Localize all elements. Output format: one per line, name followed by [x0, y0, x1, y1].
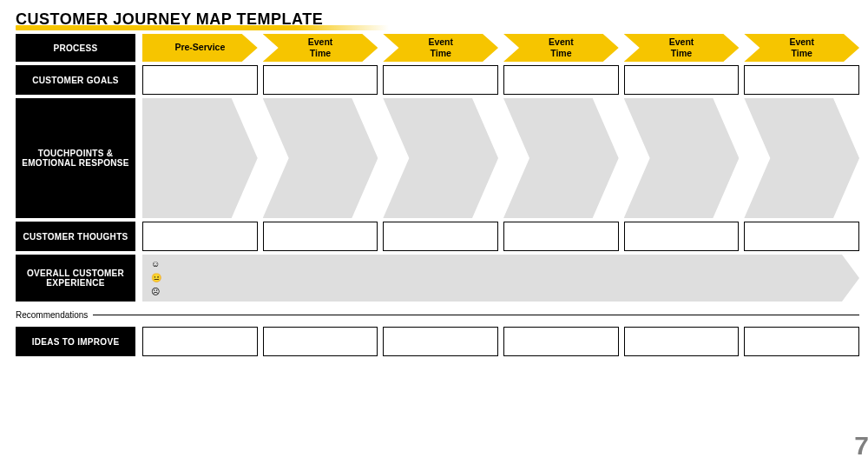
stage-label: Event Time: [428, 36, 453, 59]
journey-grid: PROCESS Pre-Service Event Time Event Tim…: [16, 34, 859, 356]
row-customer-thoughts: CUSTOMER THOUGHTS: [16, 222, 859, 251]
idea-cell[interactable]: [624, 327, 740, 356]
page-title: CUSTOMER JOURNEY MAP TEMPLATE: [16, 10, 859, 29]
stage-event-3: Event Time: [503, 34, 619, 62]
row-touchpoints: TOUCHPOINTS & EMOTIONAL RESPONSE: [16, 98, 859, 218]
thought-cell[interactable]: [263, 222, 378, 251]
stage-label: Pre-Service: [174, 42, 225, 53]
stage-label: Event Time: [549, 36, 574, 59]
divider-line: [93, 315, 859, 315]
label-customer-thoughts: CUSTOMER THOUGHTS: [16, 222, 135, 251]
idea-cell[interactable]: [263, 327, 378, 356]
thought-cell[interactable]: [744, 222, 859, 251]
touchpoint-cell[interactable]: [383, 98, 498, 218]
stage-event-5: Event Time: [744, 34, 859, 62]
idea-cell[interactable]: [383, 327, 498, 356]
thoughts-cells: [142, 222, 859, 251]
goal-cell[interactable]: [624, 65, 740, 95]
touchpoint-cell[interactable]: [263, 98, 378, 218]
happy-face-icon: ☺: [151, 260, 859, 268]
goals-cells: [142, 65, 859, 95]
touchpoint-cell[interactable]: [503, 98, 619, 218]
label-ideas-to-improve: IDEAS TO IMPROVE: [16, 327, 135, 356]
goal-cell[interactable]: [142, 65, 258, 95]
thought-cell[interactable]: [503, 222, 619, 251]
page-number: 7: [854, 431, 868, 461]
stage-label: Event Time: [669, 36, 694, 59]
label-customer-goals: CUSTOMER GOALS: [16, 65, 135, 95]
stage-label: Event Time: [308, 36, 333, 59]
experience-arrow-wrap: ☺ 😐 ☹: [142, 255, 859, 302]
stage-event-2: Event Time: [383, 34, 498, 62]
goal-cell[interactable]: [383, 65, 498, 95]
label-touchpoints: TOUCHPOINTS & EMOTIONAL RESPONSE: [16, 98, 135, 218]
goal-cell[interactable]: [744, 65, 859, 95]
experience-arrow[interactable]: ☺ 😐 ☹: [142, 255, 859, 302]
stage-pre-service: Pre-Service: [142, 34, 258, 62]
touchpoint-cell[interactable]: [624, 98, 740, 218]
goal-cell[interactable]: [263, 65, 378, 95]
title-block: CUSTOMER JOURNEY MAP TEMPLATE: [16, 10, 859, 29]
goal-cell[interactable]: [503, 65, 619, 95]
ideas-cells: [142, 327, 859, 356]
touchpoint-cells: [142, 98, 859, 218]
row-customer-goals: CUSTOMER GOALS: [16, 65, 859, 95]
row-process: PROCESS Pre-Service Event Time Event Tim…: [16, 34, 859, 62]
label-overall-experience: OVERALL CUSTOMER EXPERIENCE: [16, 255, 135, 302]
label-process: PROCESS: [16, 34, 135, 62]
stage-event-4: Event Time: [624, 34, 740, 62]
sad-face-icon: ☹: [151, 288, 859, 296]
touchpoint-cell[interactable]: [142, 98, 258, 218]
idea-cell[interactable]: [744, 327, 859, 356]
recommendations-divider: Recommendations: [16, 310, 859, 320]
process-stages: Pre-Service Event Time Event Time Event …: [142, 34, 859, 62]
touchpoint-cell[interactable]: [744, 98, 859, 218]
thought-cell[interactable]: [142, 222, 258, 251]
neutral-face-icon: 😐: [151, 274, 859, 282]
idea-cell[interactable]: [142, 327, 258, 356]
thought-cell[interactable]: [383, 222, 498, 251]
recommendations-label: Recommendations: [16, 310, 88, 320]
row-ideas-to-improve: IDEAS TO IMPROVE: [16, 327, 859, 356]
thought-cell[interactable]: [624, 222, 740, 251]
row-overall-experience: OVERALL CUSTOMER EXPERIENCE ☺ 😐 ☹: [16, 255, 859, 302]
stage-event-1: Event Time: [263, 34, 378, 62]
stage-label: Event Time: [789, 36, 814, 59]
idea-cell[interactable]: [503, 327, 619, 356]
